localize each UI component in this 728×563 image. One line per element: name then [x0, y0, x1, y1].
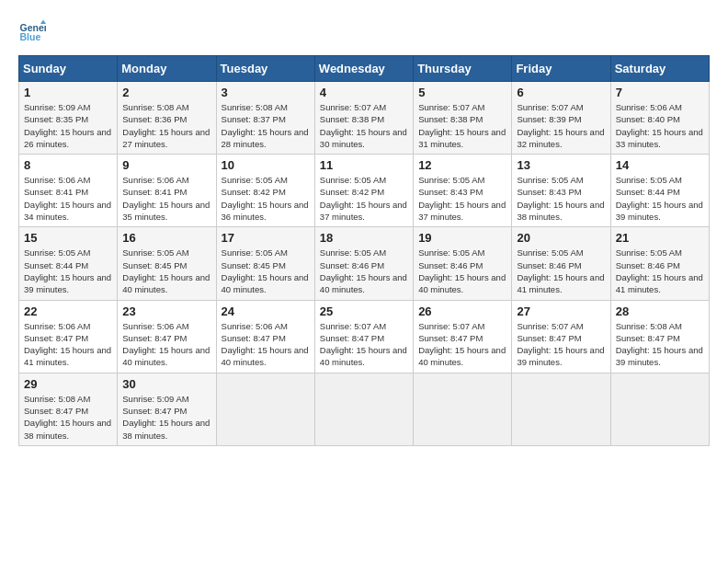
calendar-cell: 9Sunrise: 5:06 AMSunset: 8:41 PMDaylight…	[118, 155, 216, 227]
day-info: Sunrise: 5:09 AMSunset: 8:47 PMDaylight:…	[122, 393, 210, 442]
day-info: Sunrise: 5:06 AMSunset: 8:41 PMDaylight:…	[24, 174, 112, 223]
calendar-cell: 17Sunrise: 5:05 AMSunset: 8:45 PMDayligh…	[216, 227, 314, 300]
day-info: Sunrise: 5:07 AMSunset: 8:47 PMDaylight:…	[320, 320, 408, 369]
calendar-cell: 15Sunrise: 5:05 AMSunset: 8:44 PMDayligh…	[19, 227, 118, 300]
day-number: 27	[517, 304, 605, 318]
day-number: 2	[122, 86, 210, 99]
calendar-cell: 10Sunrise: 5:05 AMSunset: 8:42 PMDayligh…	[216, 155, 314, 227]
calendar-week-3: 15Sunrise: 5:05 AMSunset: 8:44 PMDayligh…	[19, 227, 710, 300]
day-info: Sunrise: 5:08 AMSunset: 8:47 PMDaylight:…	[616, 320, 704, 369]
header-thursday: Thursday	[414, 56, 512, 82]
calendar-cell: 26Sunrise: 5:07 AMSunset: 8:47 PMDayligh…	[414, 300, 512, 373]
day-number: 22	[24, 304, 112, 318]
calendar-cell: 30Sunrise: 5:09 AMSunset: 8:47 PMDayligh…	[118, 373, 216, 445]
day-number: 19	[418, 231, 506, 245]
day-info: Sunrise: 5:05 AMSunset: 8:46 PMDaylight:…	[517, 247, 605, 295]
day-info: Sunrise: 5:07 AMSunset: 8:38 PMDaylight:…	[418, 101, 506, 150]
svg-text:Blue: Blue	[20, 31, 41, 42]
header-tuesday: Tuesday	[216, 56, 314, 82]
calendar-cell	[314, 373, 413, 445]
calendar-cell: 14Sunrise: 5:05 AMSunset: 8:44 PMDayligh…	[610, 155, 709, 227]
day-number: 8	[24, 158, 112, 172]
calendar-cell: 21Sunrise: 5:05 AMSunset: 8:46 PMDayligh…	[610, 227, 709, 300]
calendar-cell: 7Sunrise: 5:06 AMSunset: 8:40 PMDaylight…	[610, 82, 709, 155]
day-info: Sunrise: 5:05 AMSunset: 8:45 PMDaylight:…	[122, 247, 210, 295]
calendar-cell	[512, 373, 610, 445]
logo: General Blue	[18, 18, 50, 46]
day-info: Sunrise: 5:07 AMSunset: 8:39 PMDaylight:…	[517, 101, 605, 150]
calendar-cell: 12Sunrise: 5:05 AMSunset: 8:43 PMDayligh…	[414, 155, 512, 227]
day-info: Sunrise: 5:06 AMSunset: 8:47 PMDaylight:…	[222, 320, 310, 369]
day-number: 25	[320, 304, 408, 318]
calendar-cell: 1Sunrise: 5:09 AMSunset: 8:35 PMDaylight…	[19, 82, 118, 155]
day-number: 13	[517, 158, 605, 172]
day-info: Sunrise: 5:05 AMSunset: 8:42 PMDaylight:…	[320, 174, 408, 223]
day-number: 17	[222, 231, 310, 245]
calendar-cell: 3Sunrise: 5:08 AMSunset: 8:37 PMDaylight…	[216, 82, 314, 155]
day-info: Sunrise: 5:05 AMSunset: 8:42 PMDaylight:…	[222, 174, 310, 223]
day-number: 21	[616, 231, 704, 245]
calendar-cell: 8Sunrise: 5:06 AMSunset: 8:41 PMDaylight…	[19, 155, 118, 227]
day-number: 4	[320, 86, 408, 99]
calendar-cell: 4Sunrise: 5:07 AMSunset: 8:38 PMDaylight…	[314, 82, 413, 155]
day-info: Sunrise: 5:08 AMSunset: 8:47 PMDaylight:…	[24, 393, 112, 442]
header-wednesday: Wednesday	[314, 56, 413, 82]
header-saturday: Saturday	[610, 56, 709, 82]
day-number: 30	[122, 377, 210, 391]
header-friday: Friday	[512, 56, 610, 82]
calendar-cell: 25Sunrise: 5:07 AMSunset: 8:47 PMDayligh…	[314, 300, 413, 373]
day-number: 1	[24, 86, 112, 99]
day-info: Sunrise: 5:06 AMSunset: 8:47 PMDaylight:…	[24, 320, 112, 369]
calendar-week-1: 1Sunrise: 5:09 AMSunset: 8:35 PMDaylight…	[19, 82, 710, 155]
day-info: Sunrise: 5:08 AMSunset: 8:37 PMDaylight:…	[222, 101, 310, 150]
calendar-cell: 29Sunrise: 5:08 AMSunset: 8:47 PMDayligh…	[19, 373, 118, 445]
header-sunday: Sunday	[19, 56, 118, 82]
calendar-cell	[414, 373, 512, 445]
day-info: Sunrise: 5:05 AMSunset: 8:45 PMDaylight:…	[222, 247, 310, 295]
header-monday: Monday	[118, 56, 216, 82]
day-number: 10	[222, 158, 310, 172]
calendar-week-2: 8Sunrise: 5:06 AMSunset: 8:41 PMDaylight…	[19, 155, 710, 227]
day-info: Sunrise: 5:05 AMSunset: 8:46 PMDaylight:…	[616, 247, 704, 295]
calendar-cell: 27Sunrise: 5:07 AMSunset: 8:47 PMDayligh…	[512, 300, 610, 373]
calendar-week-4: 22Sunrise: 5:06 AMSunset: 8:47 PMDayligh…	[19, 300, 710, 373]
day-info: Sunrise: 5:05 AMSunset: 8:44 PMDaylight:…	[616, 174, 704, 223]
calendar-cell	[216, 373, 314, 445]
logo-icon: General Blue	[18, 18, 46, 46]
day-number: 5	[418, 86, 506, 99]
day-info: Sunrise: 5:06 AMSunset: 8:41 PMDaylight:…	[122, 174, 210, 223]
calendar-cell: 19Sunrise: 5:05 AMSunset: 8:46 PMDayligh…	[414, 227, 512, 300]
calendar-cell: 22Sunrise: 5:06 AMSunset: 8:47 PMDayligh…	[19, 300, 118, 373]
calendar-cell: 13Sunrise: 5:05 AMSunset: 8:43 PMDayligh…	[512, 155, 610, 227]
day-number: 24	[222, 304, 310, 318]
day-number: 14	[616, 158, 704, 172]
day-number: 11	[320, 158, 408, 172]
page-header: General Blue	[18, 18, 710, 46]
calendar-week-5: 29Sunrise: 5:08 AMSunset: 8:47 PMDayligh…	[19, 373, 710, 445]
day-info: Sunrise: 5:08 AMSunset: 8:36 PMDaylight:…	[122, 101, 210, 150]
header-row: SundayMondayTuesdayWednesdayThursdayFrid…	[19, 56, 710, 82]
day-info: Sunrise: 5:05 AMSunset: 8:43 PMDaylight:…	[517, 174, 605, 223]
calendar-cell: 23Sunrise: 5:06 AMSunset: 8:47 PMDayligh…	[118, 300, 216, 373]
day-number: 20	[517, 231, 605, 245]
calendar-cell	[610, 373, 709, 445]
day-number: 9	[122, 158, 210, 172]
day-info: Sunrise: 5:05 AMSunset: 8:46 PMDaylight:…	[418, 247, 506, 295]
day-number: 23	[122, 304, 210, 318]
calendar-cell: 18Sunrise: 5:05 AMSunset: 8:46 PMDayligh…	[314, 227, 413, 300]
calendar-cell: 20Sunrise: 5:05 AMSunset: 8:46 PMDayligh…	[512, 227, 610, 300]
day-number: 7	[616, 86, 704, 99]
day-info: Sunrise: 5:06 AMSunset: 8:47 PMDaylight:…	[122, 320, 210, 369]
day-info: Sunrise: 5:05 AMSunset: 8:46 PMDaylight:…	[320, 247, 408, 295]
calendar-table: SundayMondayTuesdayWednesdayThursdayFrid…	[18, 55, 710, 446]
calendar-cell: 5Sunrise: 5:07 AMSunset: 8:38 PMDaylight…	[414, 82, 512, 155]
day-number: 18	[320, 231, 408, 245]
day-info: Sunrise: 5:06 AMSunset: 8:40 PMDaylight:…	[616, 101, 704, 150]
calendar-cell: 2Sunrise: 5:08 AMSunset: 8:36 PMDaylight…	[118, 82, 216, 155]
day-number: 12	[418, 158, 506, 172]
day-info: Sunrise: 5:07 AMSunset: 8:38 PMDaylight:…	[320, 101, 408, 150]
day-number: 28	[616, 304, 704, 318]
calendar-cell: 11Sunrise: 5:05 AMSunset: 8:42 PMDayligh…	[314, 155, 413, 227]
day-info: Sunrise: 5:09 AMSunset: 8:35 PMDaylight:…	[24, 101, 112, 150]
day-info: Sunrise: 5:07 AMSunset: 8:47 PMDaylight:…	[517, 320, 605, 369]
